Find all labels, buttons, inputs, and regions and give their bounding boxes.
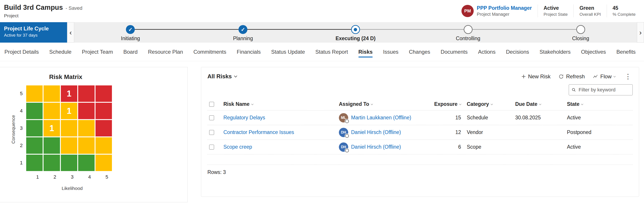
assignee-link[interactable]: Martin Laukkanen (Offline) (351, 115, 411, 121)
stat-value: 45 (613, 5, 636, 11)
flow-button[interactable]: Flow (593, 73, 615, 80)
matrix-cell (78, 120, 94, 136)
tab-objectives[interactable]: Objectives (581, 43, 606, 61)
tab-documents[interactable]: Documents (440, 43, 468, 61)
lifecycle-bar: Project Life Cycle Active for 37 days ‹ … (0, 22, 644, 43)
row-checkbox[interactable] (209, 130, 214, 135)
matrix-cell (26, 85, 43, 102)
view-selector[interactable]: All Risks (208, 73, 237, 80)
tab-actions[interactable]: Actions (478, 43, 496, 61)
filter-keyword-input[interactable] (578, 87, 630, 93)
risk-name-link[interactable]: Scope creep (224, 144, 252, 150)
chevron-down-icon (614, 75, 616, 77)
page-title: Build 3rd Campus (4, 3, 63, 11)
column-header-exposure[interactable]: Exposure (434, 101, 461, 107)
stage-check-icon[interactable]: ✓ (126, 25, 135, 34)
stage-label: Planning (233, 35, 253, 41)
tab-status-update[interactable]: Status Update (271, 43, 305, 61)
sort-chevron-icon (371, 103, 373, 105)
select-all-checkbox[interactable] (209, 102, 214, 107)
stage-planning: ✓ Planning (187, 22, 299, 43)
sort-chevron-icon (490, 103, 493, 105)
tab-financials[interactable]: Financials (237, 43, 261, 61)
stat-label: Overall KPI (580, 12, 601, 17)
assignee-link[interactable]: Daniel Hirsch (Offline) (351, 129, 401, 135)
due-date-value: 30.08.2025 (514, 115, 566, 121)
matrix-cell: 1 (44, 120, 60, 136)
tab-schedule[interactable]: Schedule (49, 43, 72, 61)
risk-matrix-card: Risk Matrix Consequence 5 1 4 1 (0, 67, 188, 202)
offline-presence-icon (345, 119, 349, 123)
tab-bar: Project Details Schedule Project Team Bo… (0, 43, 644, 61)
lifecycle-title-box[interactable]: Project Life Cycle Active for 37 days (0, 22, 67, 43)
project-manager-avatar[interactable]: PM (462, 5, 474, 17)
risk-name-link[interactable]: Contractor Performance Issues (224, 129, 294, 135)
grid-toolbar: + New Risk Refresh Flow (522, 73, 633, 80)
column-header-risk-name[interactable]: Risk Name (224, 101, 339, 107)
matrix-cell (26, 155, 43, 171)
table-row: Scope creep DH Daniel Hirsch (Offline) 6… (208, 140, 633, 154)
new-risk-button[interactable]: + New Risk (522, 73, 550, 80)
tab-status-report[interactable]: Status Report (315, 43, 348, 61)
state-value: Postponed (566, 129, 633, 135)
assignee-avatar[interactable]: DH (339, 142, 348, 152)
stat-label: % Complete (613, 12, 636, 17)
table-header: Risk Name Assigned To Exposure Category … (208, 98, 633, 110)
tab-issues[interactable]: Issues (383, 43, 398, 61)
tab-benefits[interactable]: Benefits (616, 43, 636, 61)
stage-upcoming-icon[interactable] (576, 25, 585, 34)
stage-current-icon[interactable] (351, 25, 360, 34)
lifecycle-prev-button[interactable]: ‹ (67, 22, 74, 43)
tab-decisions[interactable]: Decisions (506, 43, 529, 61)
matrix-row: 2 (18, 137, 116, 154)
tab-board[interactable]: Board (123, 43, 138, 61)
main-content: Risk Matrix Consequence 5 1 4 1 (0, 61, 644, 202)
x-tick: 4 (81, 174, 98, 180)
assignee-avatar[interactable]: DH (339, 128, 348, 137)
matrix-row: 3 1 (18, 120, 116, 137)
x-tick: 3 (64, 174, 81, 180)
refresh-button[interactable]: Refresh (558, 73, 585, 80)
assignee-link[interactable]: Daniel Hirsch (Offline) (351, 144, 401, 150)
matrix-row: 4 1 (18, 102, 116, 120)
tab-resource-plan[interactable]: Resource Plan (148, 43, 183, 61)
matrix-cell (61, 155, 77, 171)
y-tick: 2 (18, 143, 26, 148)
y-tick: 1 (18, 160, 26, 166)
stage-check-icon[interactable]: ✓ (238, 25, 248, 34)
chevron-down-icon (234, 74, 237, 77)
stage-upcoming-icon[interactable] (464, 25, 472, 34)
flow-icon (593, 74, 598, 79)
project-manager-link[interactable]: PPP Portfolio Manager (477, 5, 532, 11)
tab-risks[interactable]: Risks (358, 43, 373, 61)
matrix-cell (96, 103, 112, 119)
stat-percent-complete: 45 % Complete (613, 5, 636, 17)
row-checkbox[interactable] (209, 145, 214, 150)
exposure-value: 6 (434, 144, 461, 150)
matrix-cell (44, 155, 60, 171)
risk-name-link[interactable]: Regulatory Delays (224, 115, 265, 120)
saved-status: - Saved (66, 5, 82, 11)
matrix-row: 1 (18, 154, 116, 172)
tab-changes[interactable]: Changes (409, 43, 430, 61)
matrix-cell (26, 137, 43, 154)
tab-commitments[interactable]: Commitments (194, 43, 226, 61)
matrix-row: 5 1 (18, 85, 116, 102)
tab-stakeholders[interactable]: Stakeholders (540, 43, 570, 61)
row-checkbox[interactable] (209, 115, 214, 120)
assignee-avatar[interactable]: ML (339, 113, 348, 122)
column-header-state[interactable]: State (567, 101, 633, 107)
stage-closing: Closing (524, 22, 637, 43)
stage-controlling: Controlling (412, 22, 524, 43)
more-commands-button[interactable]: ⋮ (623, 73, 633, 80)
tab-project-details[interactable]: Project Details (4, 43, 39, 61)
column-header-due-date[interactable]: Due Date (515, 101, 566, 107)
offline-presence-icon (345, 149, 349, 152)
column-header-assigned-to[interactable]: Assigned To (339, 101, 434, 107)
stage-label: Controlling (456, 35, 480, 41)
column-header-category[interactable]: Category (467, 101, 514, 107)
tab-project-team[interactable]: Project Team (82, 43, 113, 61)
lifecycle-subtitle: Active for 37 days (4, 33, 67, 38)
state-value: Active (566, 115, 633, 121)
lifecycle-next-button[interactable]: › (637, 22, 644, 43)
